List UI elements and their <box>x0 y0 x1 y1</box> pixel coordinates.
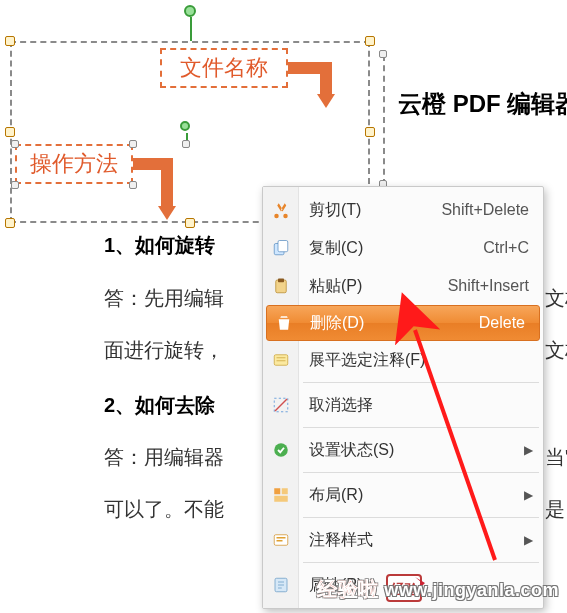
resize-handle-s[interactable] <box>185 218 195 228</box>
menu-item-layout[interactable]: 布局(R) ▶ <box>263 476 543 514</box>
rotate-handle[interactable] <box>184 5 196 17</box>
callout-file-name-label: 文件名称 <box>180 53 268 83</box>
answer-1-line2: 面进行旋转， <box>104 337 224 364</box>
resize-handle-nw[interactable] <box>5 36 15 46</box>
resize-handle-e[interactable] <box>365 127 375 137</box>
menu-label: 展平选定注释(F) <box>299 350 543 371</box>
context-menu: 剪切(T) Shift+Delete 复制(C) Ctrl+C 粘贴(P) Sh… <box>262 186 544 609</box>
callout-file-name[interactable]: 文件名称 <box>160 48 288 88</box>
svg-rect-4 <box>274 355 288 366</box>
menu-shortcut: Delete <box>479 314 539 332</box>
svg-rect-3 <box>278 279 284 283</box>
answer-1-tail1: 文档 <box>545 285 567 312</box>
scissors-icon <box>263 201 299 219</box>
menu-label: 复制(C) <box>299 238 483 259</box>
submenu-arrow-icon: ▶ <box>524 533 543 547</box>
svg-rect-9 <box>282 488 288 494</box>
resize-handle-ne[interactable] <box>365 36 375 46</box>
answer-2-tail1: 当" - <box>545 444 567 471</box>
deselect-icon <box>263 396 299 414</box>
callout-method-label: 操作方法 <box>30 149 118 179</box>
submenu-arrow-icon: ▶ <box>524 443 543 457</box>
menu-item-status[interactable]: 设置状态(S) ▶ <box>263 431 543 469</box>
menu-item-copy[interactable]: 复制(C) Ctrl+C <box>263 229 543 267</box>
style-icon <box>263 531 299 549</box>
svg-rect-8 <box>274 488 280 494</box>
menu-item-deselect[interactable]: 取消选择 <box>263 386 543 424</box>
menu-label: 设置状态(S) <box>299 440 524 461</box>
status-icon <box>263 441 299 459</box>
layout-icon <box>263 486 299 504</box>
flatten-icon <box>263 351 299 369</box>
resize-handle-sw[interactable] <box>5 218 15 228</box>
menu-label: 粘贴(P) <box>299 276 448 297</box>
menu-item-cut[interactable]: 剪切(T) Shift+Delete <box>263 191 543 229</box>
menu-item-flatten[interactable]: 展平选定注释(F) <box>263 341 543 379</box>
menu-label: 剪切(T) <box>299 200 441 221</box>
trash-icon <box>267 314 300 332</box>
answer-2-line2: 可以了。不能 <box>104 496 224 523</box>
answer-1-line1: 答：先用编辑 <box>104 285 224 312</box>
menu-shortcut: Shift+Insert <box>448 277 543 295</box>
rotate-handle[interactable] <box>180 121 190 131</box>
clipboard-icon <box>263 277 299 295</box>
menu-label: 删除(D) <box>300 313 479 334</box>
menu-label: 取消选择 <box>299 395 543 416</box>
callout-method[interactable]: 操作方法 <box>15 144 133 184</box>
menu-shortcut: Ctrl+C <box>483 239 543 257</box>
document-title: 云橙 PDF 编辑器 <box>398 88 567 120</box>
menu-shortcut: Shift+Delete <box>441 201 543 219</box>
arrow-down-icon <box>317 94 335 108</box>
properties-icon <box>263 576 299 594</box>
answer-2-tail2: 是。 <box>545 496 567 523</box>
answer-2-line1: 答：用编辑器 <box>104 444 224 471</box>
svg-rect-10 <box>274 496 288 502</box>
menu-label: 注释样式 <box>299 530 524 551</box>
menu-label: 布局(R) <box>299 485 524 506</box>
resize-handle-w[interactable] <box>5 127 15 137</box>
watermark-text: 经验啦 www.jingyanla.com <box>317 576 559 603</box>
menu-item-delete[interactable]: 删除(D) Delete <box>266 305 540 341</box>
menu-item-annot-style[interactable]: 注释样式 ▶ <box>263 521 543 559</box>
question-1: 1、如何旋转 <box>104 232 215 259</box>
copy-icon <box>263 239 299 257</box>
svg-line-6 <box>275 399 287 411</box>
answer-1-tail2: 文档。 <box>545 337 567 364</box>
menu-item-paste[interactable]: 粘贴(P) Shift+Insert <box>263 267 543 305</box>
submenu-arrow-icon: ▶ <box>524 488 543 502</box>
question-2: 2、如何去除 <box>104 392 215 419</box>
arrow-down-icon <box>158 206 176 220</box>
svg-rect-1 <box>278 241 288 252</box>
